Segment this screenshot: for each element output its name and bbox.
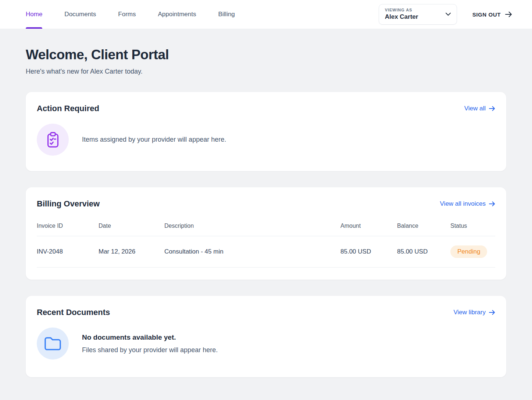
column-header-description: Description	[164, 218, 340, 236]
recent-documents-empty-text: No documents available yet. Files shared…	[82, 333, 218, 354]
viewing-as-label: VIEWING AS	[385, 8, 418, 12]
action-required-empty-state: Items assigned by your provider will app…	[37, 124, 495, 156]
column-header-date: Date	[99, 218, 164, 236]
billing-overview-title: Billing Overview	[37, 199, 100, 209]
action-required-empty-message: Items assigned by your provider will app…	[82, 136, 226, 144]
arrow-right-icon	[489, 106, 495, 111]
viewing-as-value: Alex Carter	[385, 13, 418, 20]
chevron-down-icon	[446, 13, 451, 16]
billing-overview-card: Billing Overview View all invoices Invoi…	[26, 187, 506, 280]
recent-documents-header: Recent Documents View library	[37, 308, 495, 317]
sign-out-button[interactable]: SIGN OUT	[472, 11, 512, 18]
view-all-actions-link[interactable]: View all	[464, 105, 495, 112]
viewing-as-dropdown[interactable]: VIEWING AS Alex Carter	[379, 4, 457, 25]
top-navigation-bar: Home Documents Forms Appointments Billin…	[0, 0, 532, 29]
recent-documents-empty-state: No documents available yet. Files shared…	[37, 328, 495, 360]
clipboard-icon-circle	[37, 124, 69, 156]
column-header-balance: Balance	[397, 218, 450, 236]
nav-item-appointments[interactable]: Appointments	[158, 0, 196, 29]
cell-description: Consultation - 45 min	[164, 236, 340, 268]
nav-item-home[interactable]: Home	[26, 0, 42, 29]
status-badge: Pending	[450, 245, 487, 258]
main-nav: Home Documents Forms Appointments Billin…	[26, 0, 257, 29]
invoices-table-header-row: Invoice ID Date Description Amount Balan…	[37, 218, 495, 236]
arrow-right-icon	[489, 310, 495, 315]
nav-item-documents[interactable]: Documents	[64, 0, 96, 29]
nav-item-billing[interactable]: Billing	[218, 0, 235, 29]
page-title: Welcome, Client Portal	[26, 47, 506, 63]
billing-overview-header: Billing Overview View all invoices	[37, 199, 495, 209]
cell-date: Mar 12, 2026	[99, 236, 164, 268]
view-library-link[interactable]: View library	[453, 309, 495, 316]
cell-status: Pending	[450, 236, 495, 268]
recent-documents-empty-title: No documents available yet.	[82, 333, 218, 341]
sign-out-label: SIGN OUT	[472, 11, 501, 18]
topbar-right: VIEWING AS Alex Carter SIGN OUT	[379, 4, 512, 25]
main-content: Welcome, Client Portal Here's what's new…	[0, 29, 532, 396]
cell-balance: 85.00 USD	[397, 236, 450, 268]
column-header-amount: Amount	[340, 218, 397, 236]
view-all-invoices-label: View all invoices	[440, 200, 486, 208]
arrow-right-icon	[489, 201, 495, 206]
invoices-table: Invoice ID Date Description Amount Balan…	[37, 218, 495, 268]
folder-icon-circle	[37, 328, 69, 360]
action-required-header: Action Required View all	[37, 104, 495, 113]
column-header-status: Status	[450, 218, 495, 236]
folder-icon	[44, 336, 61, 351]
view-all-invoices-link[interactable]: View all invoices	[440, 200, 495, 208]
table-row[interactable]: INV-2048 Mar 12, 2026 Consultation - 45 …	[37, 236, 495, 268]
nav-item-forms[interactable]: Forms	[118, 0, 136, 29]
viewing-as-text: VIEWING AS Alex Carter	[385, 8, 418, 21]
arrow-right-icon	[505, 11, 512, 17]
cell-invoice-id: INV-2048	[37, 236, 99, 268]
action-required-card: Action Required View all Items assigned …	[26, 92, 506, 171]
recent-documents-title: Recent Documents	[37, 308, 110, 317]
cell-amount: 85.00 USD	[340, 236, 397, 268]
clipboard-check-icon	[44, 131, 61, 148]
page-subtitle: Here's what's new for Alex Carter today.	[26, 68, 506, 75]
view-all-actions-label: View all	[464, 105, 486, 112]
view-library-label: View library	[453, 309, 486, 316]
recent-documents-card: Recent Documents View library No documen…	[26, 296, 506, 377]
column-header-invoice-id: Invoice ID	[37, 218, 99, 236]
action-required-title: Action Required	[37, 104, 99, 113]
recent-documents-empty-message: Files shared by your provider will appea…	[82, 346, 218, 354]
